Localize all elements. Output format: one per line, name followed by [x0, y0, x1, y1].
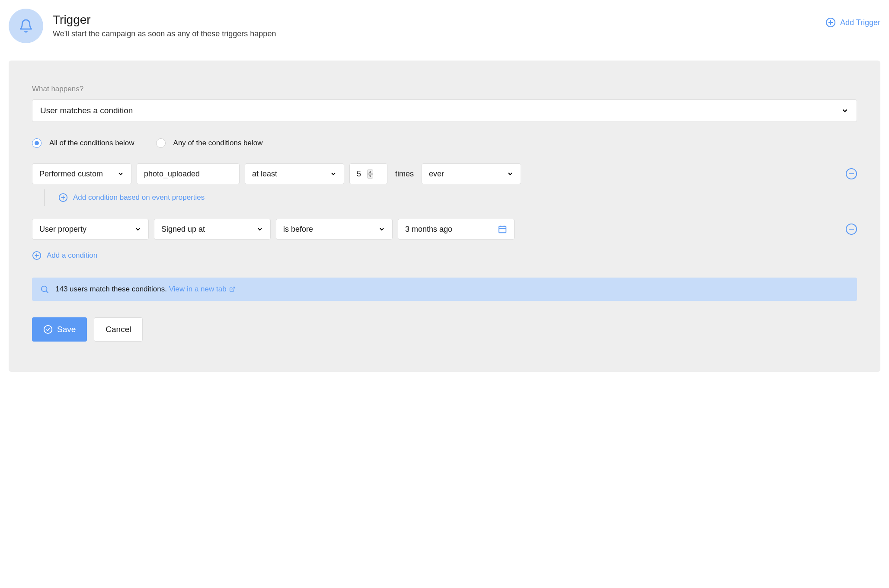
count-comparator-value: at least — [252, 169, 277, 179]
date-input[interactable]: 3 months ago — [398, 219, 515, 240]
chevron-down-icon — [378, 226, 385, 233]
check-circle-icon — [43, 325, 53, 334]
count-comparator-select[interactable]: at least — [245, 163, 344, 184]
condition-row: Performed custom photo_uploaded at least… — [32, 163, 857, 184]
radio-unselected-icon — [156, 138, 166, 148]
chevron-down-icon — [256, 226, 263, 233]
event-name-value: photo_uploaded — [144, 169, 200, 179]
count-value: 5 — [357, 169, 361, 179]
page-subtitle: We'll start the campaign as soon as any … — [53, 29, 276, 38]
chevron-down-icon — [841, 107, 849, 115]
add-condition-label: Add a condition — [47, 251, 97, 260]
trigger-config-card: What happens? User matches a condition A… — [9, 61, 880, 372]
chevron-down-icon — [117, 170, 124, 177]
plus-circle-icon — [825, 17, 836, 28]
timeframe-select[interactable]: ever — [422, 163, 521, 184]
timeframe-value: ever — [429, 169, 444, 179]
property-value: Signed up at — [161, 225, 205, 234]
operator-select[interactable]: is before — [276, 219, 393, 240]
cancel-label: Cancel — [106, 325, 131, 334]
remove-condition-button[interactable] — [846, 168, 857, 179]
chevron-down-icon — [507, 170, 514, 177]
cancel-button[interactable]: Cancel — [94, 317, 143, 342]
view-in-new-tab-link[interactable]: View in a new tab — [169, 285, 235, 294]
svg-line-15 — [231, 287, 234, 290]
add-event-property-condition[interactable]: Add condition based on event properties — [44, 189, 857, 206]
count-input[interactable]: 5 ▲ ▼ — [349, 163, 387, 184]
remove-condition-button[interactable] — [846, 224, 857, 235]
operator-value: is before — [283, 225, 313, 234]
svg-point-16 — [44, 326, 52, 333]
external-link-icon — [229, 286, 235, 292]
times-label: times — [393, 169, 416, 179]
condition-type-value: User property — [39, 225, 86, 234]
svg-rect-6 — [499, 227, 506, 233]
condition-row: User property Signed up at is before 3 m… — [32, 219, 857, 240]
search-icon — [40, 284, 49, 294]
radio-any-label: Any of the conditions below — [173, 139, 263, 147]
match-info-bar: 143 users match these conditions. View i… — [32, 278, 857, 301]
add-trigger-button[interactable]: Add Trigger — [825, 9, 880, 28]
condition-type-select[interactable]: User property — [32, 219, 149, 240]
view-link-label: View in a new tab — [169, 285, 227, 294]
property-select[interactable]: Signed up at — [154, 219, 271, 240]
plus-circle-icon — [58, 193, 68, 202]
add-event-property-label: Add condition based on event properties — [73, 193, 205, 202]
what-happens-value: User matches a condition — [40, 106, 133, 115]
add-trigger-label: Add Trigger — [840, 18, 880, 27]
calendar-icon — [498, 224, 507, 234]
page-title: Trigger — [53, 13, 276, 27]
radio-all-label: All of the conditions below — [49, 139, 134, 147]
svg-point-13 — [42, 286, 47, 292]
save-label: Save — [57, 325, 76, 334]
condition-type-select[interactable]: Performed custom — [32, 163, 131, 184]
match-count-text: 143 users match these conditions. — [55, 285, 167, 293]
number-spinner: ▲ ▼ — [367, 169, 373, 179]
spinner-up-button[interactable]: ▲ — [367, 169, 373, 174]
what-happens-label: What happens? — [32, 85, 857, 93]
radio-all-conditions[interactable]: All of the conditions below — [32, 138, 134, 148]
condition-type-value: Performed custom — [39, 169, 103, 179]
date-value: 3 months ago — [405, 225, 452, 234]
chevron-down-icon — [330, 170, 337, 177]
trigger-icon — [9, 9, 43, 43]
bell-icon — [19, 19, 33, 33]
save-button[interactable]: Save — [32, 317, 87, 342]
chevron-down-icon — [134, 226, 141, 233]
radio-selected-icon — [32, 138, 42, 148]
what-happens-select[interactable]: User matches a condition — [32, 99, 857, 122]
add-condition-button[interactable]: Add a condition — [32, 251, 857, 260]
plus-circle-icon — [32, 251, 42, 260]
event-name-input[interactable]: photo_uploaded — [137, 163, 240, 184]
radio-any-conditions[interactable]: Any of the conditions below — [156, 138, 263, 148]
svg-line-14 — [46, 291, 48, 293]
spinner-down-button[interactable]: ▼ — [367, 174, 373, 179]
